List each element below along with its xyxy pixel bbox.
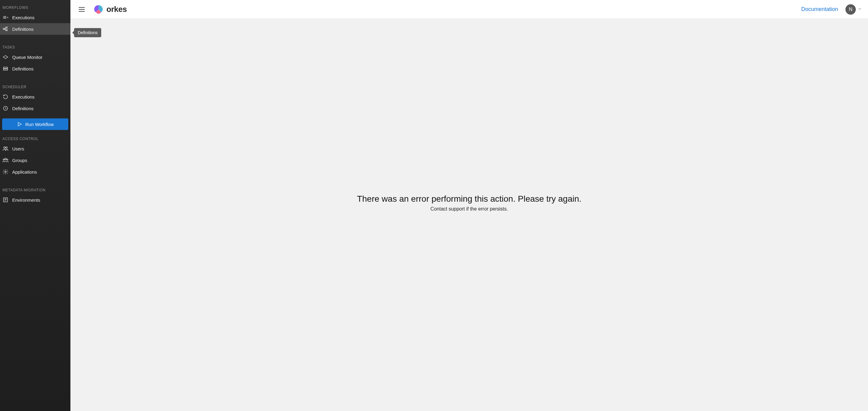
queue-monitor-icon [2,54,8,60]
error-subtitle: Contact support if the error persists. [431,206,508,212]
svg-rect-0 [3,28,5,30]
nav-label: Definitions [12,27,34,32]
svg-point-7 [6,147,7,148]
nav-label: Applications [12,169,37,175]
section-header-access-control: ACCESS CONTROL [0,133,70,143]
svg-point-8 [5,158,6,159]
content-area: There was an error performing this actio… [70,19,868,411]
main-area: orkes Documentation N Definitions There … [70,0,868,411]
avatar[interactable]: N [845,4,856,14]
run-workflow-button[interactable]: Run Workflow [2,118,68,130]
sidebar-item-groups[interactable]: Groups [0,154,70,166]
sidebar-item-environments[interactable]: Environments [0,194,70,206]
topbar: orkes Documentation N [70,0,868,19]
section-header-workflows: WORKFLOWS [0,0,70,11]
logo-mark-icon [93,4,104,15]
clock-icon [2,105,8,111]
nav-label: Environments [12,198,40,203]
sidebar: WORKFLOWS Executions Definitions TASKS Q… [0,0,70,411]
groups-icon [2,157,8,163]
hamburger-menu-button[interactable] [76,4,87,14]
section-header-tasks: TASKS [0,41,70,51]
sidebar-item-workflow-executions[interactable]: Executions [0,11,70,23]
avatar-dropdown-button[interactable] [858,7,862,12]
chevron-down-icon [858,7,862,11]
sidebar-item-scheduler-executions[interactable]: Executions [0,91,70,102]
error-title: There was an error performing this actio… [357,194,581,204]
nav-label: Queue Monitor [12,55,42,60]
users-icon [2,146,8,152]
tooltip-text: Definitions [78,30,98,35]
sidebar-item-users[interactable]: Users [0,143,70,154]
sidebar-item-workflow-definitions[interactable]: Definitions [0,23,70,35]
tooltip: Definitions [74,28,101,37]
workflow-executions-icon [2,14,8,21]
nav-label: Definitions [12,106,34,111]
svg-point-11 [5,171,6,173]
logo[interactable]: orkes [93,4,127,15]
gear-icon [2,169,8,175]
svg-point-6 [4,147,5,148]
run-workflow-label: Run Workflow [25,122,54,127]
workflow-definitions-icon [2,26,8,32]
svg-rect-2 [6,30,7,31]
svg-rect-4 [3,69,7,70]
nav-label: Users [12,146,24,151]
task-definitions-icon [2,66,8,72]
sidebar-item-task-definitions[interactable]: Definitions [0,63,70,75]
documentation-link[interactable]: Documentation [801,6,838,12]
svg-point-9 [3,159,4,160]
nav-label: Executions [12,15,34,20]
hamburger-icon [78,5,86,13]
sidebar-item-scheduler-definitions[interactable]: Definitions [0,102,70,114]
svg-point-10 [7,159,8,160]
section-header-scheduler: SCHEDULER [0,81,70,91]
play-icon [17,121,22,127]
nav-label: Groups [12,158,27,163]
sidebar-item-queue-monitor[interactable]: Queue Monitor [0,51,70,63]
sidebar-item-applications[interactable]: Applications [0,166,70,178]
scheduler-executions-icon [2,94,8,100]
nav-label: Executions [12,94,34,99]
svg-rect-3 [3,67,7,68]
logo-text: orkes [106,5,127,14]
section-header-metadata-migration: METADATA MIGRATION [0,184,70,194]
nav-label: Definitions [12,66,34,71]
environments-icon [2,197,8,203]
svg-rect-1 [6,27,7,28]
avatar-initial: N [849,7,852,12]
